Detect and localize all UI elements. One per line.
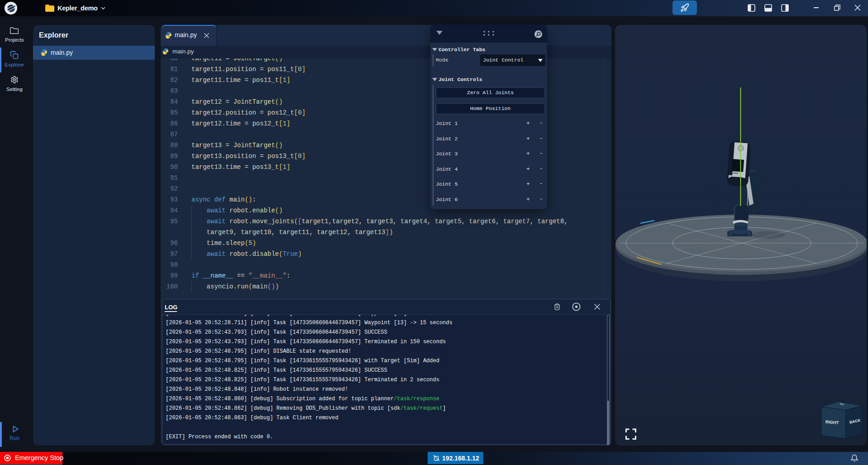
svg-text:RIGHT: RIGHT — [825, 419, 839, 425]
